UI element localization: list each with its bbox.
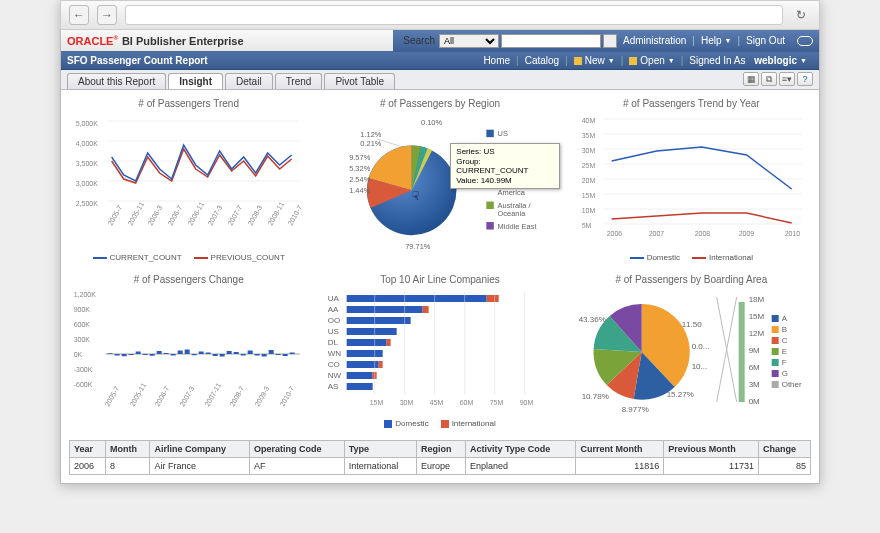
table-header[interactable]: Year [70, 441, 106, 458]
card-passengers-change: # of Passengers Change 1,200K900K600K300… [69, 274, 308, 428]
chart-title: # of Passengers Trend by Year [572, 98, 811, 109]
forward-button[interactable]: → [97, 5, 117, 25]
table-header[interactable]: Month [105, 441, 150, 458]
svg-text:2008-11: 2008-11 [266, 201, 285, 227]
dashboard-content: # of Passengers Trend 5,000K4,000K3,500K… [61, 90, 819, 483]
svg-rect-127 [379, 361, 383, 368]
svg-text:2006-3: 2006-3 [146, 204, 163, 226]
svg-rect-70 [108, 353, 113, 354]
search-input[interactable] [501, 34, 601, 48]
menu-icon[interactable]: ≡▾ [779, 72, 795, 86]
export-icon[interactable]: ⧉ [761, 72, 777, 86]
svg-text:UA: UA [328, 294, 340, 303]
new-menu[interactable]: New▼ [574, 55, 615, 66]
table-header[interactable]: Type [344, 441, 416, 458]
card-passengers-year: # of Passengers Trend by Year 40M35M30M2… [572, 98, 811, 262]
legend-current: CURRENT_COUNT [110, 253, 182, 262]
svg-text:G: G [781, 369, 787, 378]
table-cell: Enplaned [465, 458, 576, 475]
svg-text:15M: 15M [581, 192, 595, 199]
svg-rect-75 [143, 354, 148, 355]
svg-rect-80 [178, 351, 183, 355]
svg-rect-167 [771, 348, 778, 355]
svg-text:3M: 3M [748, 380, 759, 389]
table-header[interactable]: Operating Code [250, 441, 345, 458]
signout-link[interactable]: Sign Out [746, 35, 785, 46]
svg-text:2008-7: 2008-7 [228, 385, 245, 407]
svg-text:5,000K: 5,000K [76, 120, 99, 127]
table-cell: 11731 [664, 458, 759, 475]
svg-text:AA: AA [328, 305, 339, 314]
svg-text:25M: 25M [581, 162, 595, 169]
svg-text:2007-7: 2007-7 [226, 204, 243, 226]
svg-text:2.54%: 2.54% [349, 175, 371, 184]
help-icon[interactable]: ? [797, 72, 813, 86]
table-cell: 85 [758, 458, 810, 475]
svg-text:2007-3: 2007-3 [178, 385, 195, 407]
table-header[interactable]: Region [417, 441, 466, 458]
legend-previous: PREVIOUS_COUNT [211, 253, 285, 262]
table-header[interactable]: Current Month [576, 441, 664, 458]
svg-line-22 [377, 139, 407, 148]
svg-rect-91 [255, 354, 260, 356]
svg-text:4,000K: 4,000K [76, 140, 99, 147]
svg-rect-71 [115, 354, 120, 356]
svg-text:2008: 2008 [694, 230, 710, 237]
url-bar[interactable] [125, 5, 783, 25]
svg-text:79.71%: 79.71% [405, 242, 431, 251]
svg-rect-130 [347, 383, 373, 390]
table-header[interactable]: Change [758, 441, 810, 458]
svg-rect-92 [262, 354, 267, 357]
svg-text:2006-7: 2006-7 [153, 385, 170, 407]
table-cell: 2006 [70, 458, 106, 475]
svg-rect-118 [347, 317, 411, 324]
refresh-button[interactable]: ↻ [791, 5, 811, 25]
search-scope-select[interactable]: All [439, 34, 499, 48]
search-go-button[interactable] [603, 34, 617, 48]
svg-text:600K: 600K [74, 321, 91, 328]
table-header[interactable]: Activity Type Code [465, 441, 576, 458]
svg-text:C: C [781, 336, 787, 345]
tab-pivot[interactable]: Pivot Table [324, 73, 395, 89]
svg-rect-114 [347, 295, 487, 302]
status-pill-icon[interactable] [797, 36, 813, 46]
table-header[interactable]: Previous Month [664, 441, 759, 458]
svg-text:43.36%: 43.36% [578, 315, 605, 324]
view-icon[interactable]: ▦ [743, 72, 759, 86]
svg-rect-163 [771, 326, 778, 333]
svg-text:NW: NW [328, 371, 342, 380]
catalog-link[interactable]: Catalog [525, 55, 559, 66]
card-top10-airlines: Top 10 Air Line Companies UAAAOOUSDLWNCO… [320, 274, 559, 428]
svg-text:2006-11: 2006-11 [186, 201, 205, 227]
back-button[interactable]: ← [69, 5, 89, 25]
chart-title: Top 10 Air Line Companies [320, 274, 559, 285]
home-link[interactable]: Home [483, 55, 510, 66]
tab-insight[interactable]: Insight [168, 73, 223, 89]
svg-text:10.78%: 10.78% [581, 392, 608, 401]
svg-text:2005-7: 2005-7 [106, 204, 123, 226]
legend-domestic: Domestic [395, 419, 428, 428]
svg-text:Middle East: Middle East [498, 222, 538, 231]
svg-text:12M: 12M [748, 329, 764, 338]
legend-international: International [709, 253, 753, 262]
svg-rect-169 [771, 359, 778, 366]
table-header[interactable]: Airline Company [150, 441, 250, 458]
tab-trend[interactable]: Trend [275, 73, 323, 89]
help-link[interactable]: Help▼ [701, 35, 732, 46]
svg-text:0.0...: 0.0... [691, 342, 709, 351]
signed-in-as[interactable]: Signed In As weblogic▼ [689, 55, 807, 66]
report-title: SFO Passenger Count Report [67, 55, 208, 66]
open-menu[interactable]: Open▼ [629, 55, 674, 66]
svg-text:5.32%: 5.32% [349, 164, 371, 173]
tab-detail[interactable]: Detail [225, 73, 273, 89]
svg-text:1.44%: 1.44% [349, 186, 371, 195]
svg-text:8.977%: 8.977% [621, 405, 648, 414]
svg-rect-122 [347, 339, 387, 346]
svg-text:2007: 2007 [648, 230, 664, 237]
admin-link[interactable]: Administration [623, 35, 686, 46]
tab-about[interactable]: About this Report [67, 73, 166, 89]
legend-international: International [452, 419, 496, 428]
svg-text:A: A [781, 314, 787, 323]
svg-rect-171 [771, 370, 778, 377]
svg-text:E: E [781, 347, 786, 356]
